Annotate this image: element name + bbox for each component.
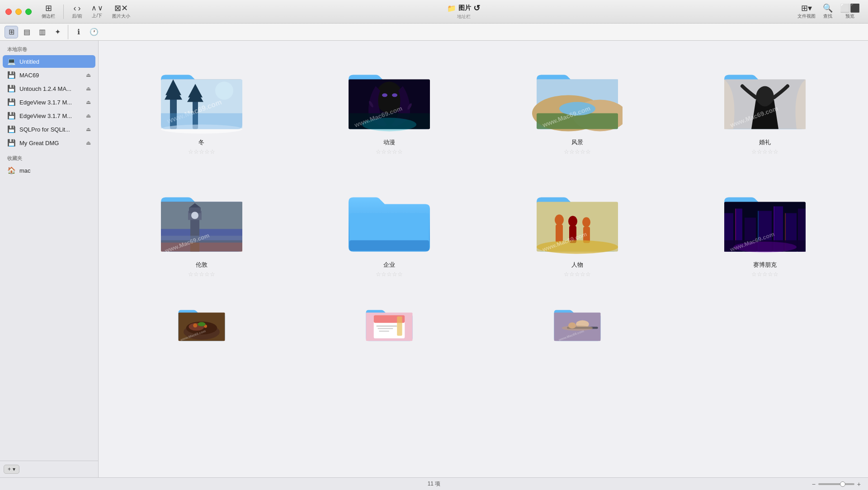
sidebar: 本地宗卷 💻 Untitled 💾 MAC69 ⏏ 💾 Untouch 1.2.… — [0, 41, 99, 477]
sidebar-item-sqlpro[interactable]: 💾 SQLPro for SQLit... ⏏ — [3, 123, 95, 136]
star-rating-london: ☆☆☆☆☆ — [188, 271, 215, 278]
tool-gallery-view[interactable]: ✦ — [51, 26, 64, 38]
folder-name-cyberpunk: 赛博朋克 — [753, 261, 777, 269]
sidebar-label-mac69: MAC69 — [19, 72, 82, 79]
tool-grid-view[interactable]: ⊞ — [5, 26, 18, 38]
folder-icon-food: www.Mac69.com — [156, 298, 247, 344]
eject-icon-sqlpro[interactable]: ⏏ — [86, 126, 91, 132]
sidebar-label-untouch: Untouch 1.2.4 MA... — [19, 85, 82, 92]
eject-icon-mac69[interactable]: ⏏ — [86, 72, 91, 78]
tool-column-view[interactable]: ▥ — [35, 26, 49, 38]
refresh-button[interactable]: ↺ — [473, 3, 480, 13]
add-button[interactable]: + ▾ — [4, 465, 19, 474]
address-bar-container: 📁 图片 ↺ 地址栏 — [137, 3, 791, 20]
folder-item-wedding[interactable]: www.Mac69.com 婚礼 ☆☆☆☆☆ — [676, 50, 855, 159]
favorites-section-label: 收藏夹 — [0, 150, 98, 164]
sidebar-item-untouch[interactable]: 💾 Untouch 1.2.4 MA... ⏏ — [3, 82, 95, 95]
zoom-slider[interactable] — [818, 483, 854, 485]
svg-point-45 — [555, 215, 564, 226]
content-area: www.Mac69.com 冬 ☆☆☆☆☆ — [99, 41, 868, 477]
folder-item-winter[interactable]: www.Mac69.com 冬 ☆☆☆☆☆ — [112, 50, 291, 159]
preview-button[interactable]: ⬜⬛ 预览 — [837, 3, 863, 20]
address-bar[interactable]: 📁 图片 ↺ 地址栏 — [447, 3, 480, 20]
svg-point-47 — [568, 216, 577, 227]
sidebar-item-edgeview2[interactable]: 💾 EdgeView 3.1.7 M... ⏏ — [3, 109, 95, 122]
folder-item-enterprise[interactable]: 企业 ☆☆☆☆☆ — [300, 172, 479, 281]
svg-rect-79 — [377, 325, 397, 327]
svg-rect-81 — [379, 330, 389, 331]
preview-label: 预览 — [845, 13, 854, 19]
zoom-minus-icon[interactable]: − — [812, 481, 816, 488]
sidebar-label-greatdmg: My Great DMG — [19, 140, 82, 146]
sort-label: 上/下 — [92, 13, 102, 19]
sidebar-item-edgeview1[interactable]: 💾 EdgeView 3.1.7 M... ⏏ — [3, 96, 95, 108]
svg-point-37 — [191, 212, 198, 219]
sidebar-label-mac: mac — [19, 167, 91, 174]
eject-icon-greatdmg[interactable]: ⏏ — [86, 140, 91, 146]
sidebar-label-untitled: Untitled — [19, 58, 91, 65]
folder-icon-anime: www.Mac69.com — [344, 53, 434, 135]
sidebar-item-greatdmg[interactable]: 💾 My Great DMG ⏏ — [3, 137, 95, 149]
eject-icon-edgeview1[interactable]: ⏏ — [86, 99, 91, 105]
folder-icon-scenery: www.Mac69.com — [532, 53, 623, 135]
svg-rect-43 — [349, 240, 429, 251]
star-rating-wedding: ☆☆☆☆☆ — [751, 148, 778, 155]
file-view-button[interactable]: ⊞▾ 文件视图 — [795, 3, 818, 20]
search-label: 查找 — [823, 13, 832, 19]
drive-icon-edgeview2: 💾 — [7, 112, 16, 120]
file-view-label: 文件视图 — [797, 13, 816, 19]
close-button[interactable] — [5, 9, 12, 15]
folder-name-people: 人物 — [571, 261, 583, 269]
folder-item-gym[interactable]: www.Mac69.com — [488, 295, 667, 351]
svg-point-49 — [582, 217, 590, 227]
address-subtitle: 地址栏 — [457, 14, 471, 20]
folder-icon-people: www.Mac69.com — [532, 176, 623, 257]
folder-item-london[interactable]: www.Mac69.com 伦敦 ☆☆☆☆☆ — [112, 172, 291, 281]
star-rating-winter: ☆☆☆☆☆ — [188, 148, 215, 155]
folder-name-scenery: 风景 — [571, 138, 583, 146]
tool-history[interactable]: 🕐 — [87, 26, 101, 38]
add-icon: + — [8, 466, 11, 472]
sidebar-item-mac69[interactable]: 💾 MAC69 ⏏ — [3, 69, 95, 81]
maximize-button[interactable] — [25, 9, 32, 15]
local-section-label: 本地宗卷 — [0, 41, 98, 55]
svg-point-72 — [193, 323, 197, 327]
address-title-text: 图片 — [458, 4, 471, 12]
add-chevron: ▾ — [13, 466, 15, 472]
folder-item-people[interactable]: www.Mac69.com 人物 ☆☆☆☆☆ — [488, 172, 667, 281]
folder-item-anime[interactable]: www.Mac69.com 动漫 ☆☆☆☆☆ — [300, 50, 479, 159]
sidebar-toggle-label: 侧边栏 — [42, 13, 55, 19]
folder-name-anime: 动漫 — [383, 138, 395, 146]
folder-grid: www.Mac69.com 冬 ☆☆☆☆☆ — [112, 50, 854, 351]
folder-name-london: 伦敦 — [196, 261, 208, 269]
tool-info[interactable]: ℹ — [72, 26, 85, 38]
tool-list-view[interactable]: ▤ — [20, 26, 33, 38]
folder-item-food[interactable]: www.Mac69.com — [112, 295, 291, 351]
zoom-plus-icon[interactable]: + — [857, 481, 861, 488]
sidebar-item-untitled[interactable]: 💻 Untitled — [3, 55, 95, 68]
sidebar-label-sqlpro: SQLPro for SQLit... — [19, 126, 82, 133]
zoom-thumb[interactable] — [840, 481, 845, 487]
minimize-button[interactable] — [15, 9, 22, 15]
second-toolbar: ⊞ ▤ ▥ ✦ ℹ 🕐 — [0, 24, 868, 41]
sidebar-item-mac[interactable]: 🏠 mac — [3, 164, 95, 177]
folder-name-enterprise: 企业 — [383, 261, 395, 269]
svg-point-86 — [561, 325, 593, 330]
eject-icon-untouch[interactable]: ⏏ — [86, 85, 91, 92]
folder-item-cyberpunk[interactable]: www.Mac69.com 赛博朋克 ☆☆☆☆☆ — [676, 172, 855, 281]
folder-icon-enterprise — [344, 176, 434, 257]
drive-icon-mac69: 💾 — [7, 71, 16, 79]
sidebar-bottom: + ▾ — [0, 461, 98, 477]
nav-button[interactable]: ‹ › 后/前 — [69, 3, 85, 20]
star-rating-anime: ☆☆☆☆☆ — [376, 148, 403, 155]
folder-item-scenery[interactable]: www.Mac69.com 风景 ☆☆☆☆☆ — [488, 50, 667, 159]
folder-item-poster[interactable] — [300, 295, 479, 351]
folder-name-wedding: 婚礼 — [759, 138, 771, 146]
svg-point-87 — [568, 322, 576, 329]
svg-point-15 — [392, 94, 397, 97]
sidebar-toggle-button[interactable]: ⊞ 侧边栏 — [39, 3, 58, 20]
sort-button[interactable]: ∧ ∨ 上/下 — [89, 4, 106, 20]
image-size-button[interactable]: ⊠✕ 图片大小 — [109, 3, 133, 20]
search-button[interactable]: 🔍 查找 — [820, 3, 835, 20]
eject-icon-edgeview2[interactable]: ⏏ — [86, 113, 91, 119]
